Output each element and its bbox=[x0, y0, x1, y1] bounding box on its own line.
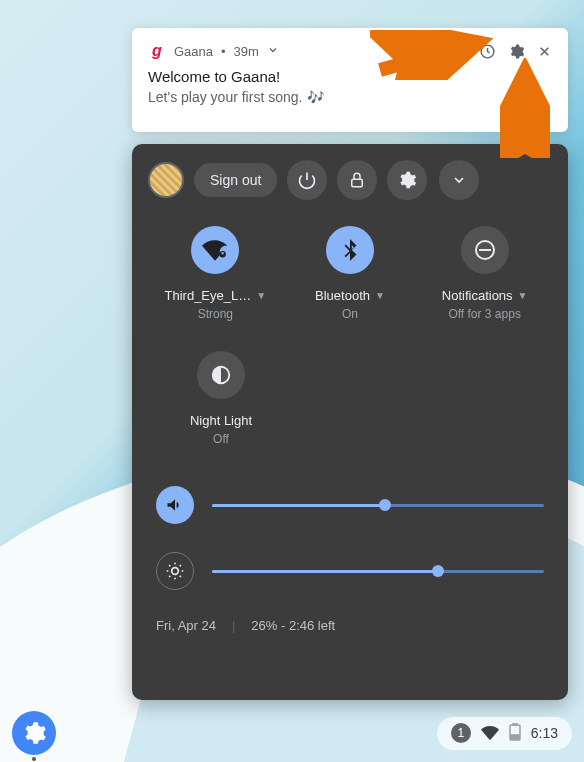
notification-body-row: Let's play your first song. 🎶 bbox=[148, 88, 552, 106]
notification-body: Let's play your first song. bbox=[148, 89, 302, 105]
battery-status-icon bbox=[509, 723, 521, 744]
footer-battery: 26% - 2:46 left bbox=[251, 618, 335, 633]
caret-down-icon: ▼ bbox=[375, 290, 385, 301]
toggle-row-2: Night Light Off bbox=[148, 351, 552, 446]
brightness-thumb[interactable] bbox=[432, 565, 444, 577]
bluetooth-label[interactable]: Bluetooth ▼ bbox=[315, 288, 385, 303]
volume-slider[interactable] bbox=[212, 504, 544, 507]
collapse-button[interactable] bbox=[439, 160, 479, 200]
close-icon[interactable] bbox=[537, 44, 552, 59]
separator-dot: • bbox=[221, 44, 226, 59]
quick-settings-panel: Sign out Third_Eye_L… ▼ Strong bbox=[132, 144, 568, 700]
svg-rect-9 bbox=[513, 723, 517, 725]
night-light-toggle: Night Light Off bbox=[156, 351, 286, 446]
status-tray[interactable]: 1 6:13 bbox=[437, 717, 572, 750]
bluetooth-toggle-button[interactable] bbox=[326, 226, 374, 274]
wifi-label[interactable]: Third_Eye_L… ▼ bbox=[165, 288, 267, 303]
notifications-toggle-button[interactable] bbox=[461, 226, 509, 274]
wifi-toggle: Third_Eye_L… ▼ Strong bbox=[150, 226, 280, 321]
settings-icon[interactable] bbox=[508, 43, 525, 60]
tray-time: 6:13 bbox=[531, 725, 558, 741]
settings-app-icon[interactable] bbox=[12, 711, 56, 755]
wifi-status-icon bbox=[481, 723, 499, 744]
footer-date: Fri, Apr 24 bbox=[156, 618, 216, 633]
wifi-toggle-button[interactable] bbox=[191, 226, 239, 274]
bluetooth-label-text: Bluetooth bbox=[315, 288, 370, 303]
music-notes-icon: 🎶 bbox=[307, 89, 324, 105]
lock-button[interactable] bbox=[337, 160, 377, 200]
volume-thumb[interactable] bbox=[379, 499, 391, 511]
svg-rect-10 bbox=[511, 735, 519, 739]
wifi-label-text: Third_Eye_L… bbox=[165, 288, 252, 303]
night-light-label: Night Light bbox=[190, 413, 252, 428]
volume-fill bbox=[212, 504, 385, 507]
notifications-status: Off for 3 apps bbox=[448, 307, 521, 321]
caret-down-icon: ▼ bbox=[518, 290, 528, 301]
settings-button[interactable] bbox=[387, 160, 427, 200]
notification-header: g Gaana • 39m bbox=[148, 42, 552, 60]
caret-down-icon: ▼ bbox=[256, 290, 266, 301]
volume-icon[interactable] bbox=[156, 486, 194, 524]
volume-row bbox=[148, 486, 552, 524]
app-icon: g bbox=[148, 42, 166, 60]
bluetooth-toggle: Bluetooth ▼ On bbox=[285, 226, 415, 321]
toggle-row-1: Third_Eye_L… ▼ Strong Bluetooth ▼ On Not… bbox=[148, 226, 552, 321]
shelf: 1 6:13 bbox=[0, 704, 584, 762]
notifications-toggle: Notifications ▼ Off for 3 apps bbox=[420, 226, 550, 321]
user-avatar[interactable] bbox=[148, 162, 184, 198]
panel-header: Sign out bbox=[148, 160, 552, 200]
brightness-fill bbox=[212, 570, 438, 573]
svg-rect-3 bbox=[222, 252, 224, 254]
panel-footer: Fri, Apr 24 | 26% - 2:46 left bbox=[148, 618, 552, 633]
chevron-down-icon[interactable] bbox=[267, 42, 279, 60]
night-light-label-text: Night Light bbox=[190, 413, 252, 428]
notification-time: 39m bbox=[234, 44, 259, 59]
brightness-row bbox=[148, 552, 552, 590]
snooze-icon[interactable] bbox=[479, 43, 496, 60]
wifi-status: Strong bbox=[198, 307, 233, 321]
svg-point-2 bbox=[220, 251, 227, 258]
brightness-icon[interactable] bbox=[156, 552, 194, 590]
svg-rect-1 bbox=[352, 179, 363, 187]
notification-card[interactable]: g Gaana • 39m Welcome to Gaana! Let's pl… bbox=[132, 28, 568, 132]
notification-count-badge: 1 bbox=[451, 723, 471, 743]
night-light-status: Off bbox=[213, 432, 229, 446]
bluetooth-status: On bbox=[342, 307, 358, 321]
notifications-label[interactable]: Notifications ▼ bbox=[442, 288, 528, 303]
notification-title: Welcome to Gaana! bbox=[148, 68, 552, 85]
night-light-toggle-button[interactable] bbox=[197, 351, 245, 399]
svg-point-7 bbox=[172, 568, 179, 575]
notifications-label-text: Notifications bbox=[442, 288, 513, 303]
app-name: Gaana bbox=[174, 44, 213, 59]
footer-divider: | bbox=[232, 618, 235, 633]
power-button[interactable] bbox=[287, 160, 327, 200]
sign-out-button[interactable]: Sign out bbox=[194, 163, 277, 197]
brightness-slider[interactable] bbox=[212, 570, 544, 573]
